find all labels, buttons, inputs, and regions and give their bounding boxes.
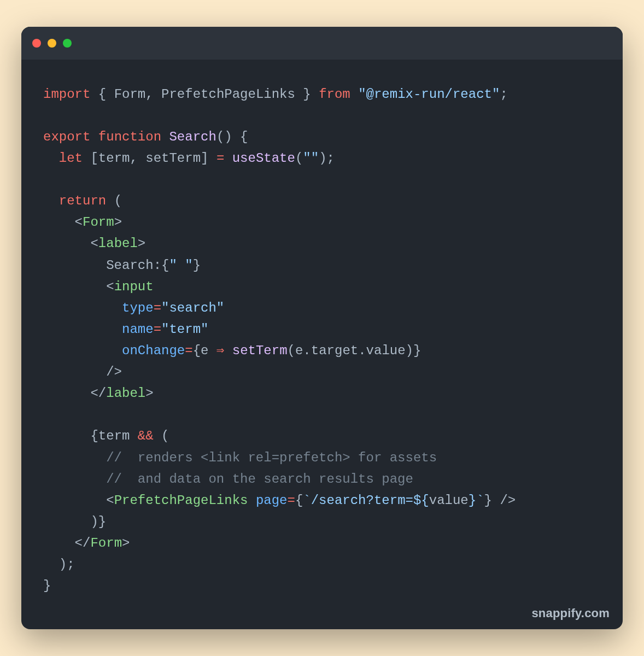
sp [154, 429, 161, 443]
indent [43, 322, 122, 337]
indent [43, 279, 106, 294]
eq: = [208, 151, 232, 166]
close: ); [59, 557, 75, 572]
template-literal: ` [476, 493, 484, 508]
indent [43, 557, 59, 572]
identifier: PrefetchPageLinks [161, 87, 295, 102]
paren: ); [319, 151, 335, 166]
angle: < [106, 493, 114, 508]
fn-call: setTerm [232, 343, 288, 358]
sp [492, 493, 500, 508]
destructure: [term, setTerm] [90, 151, 208, 166]
call: (e.target.value)} [288, 343, 421, 358]
arrow: ⇒ [208, 343, 232, 358]
angle: < [75, 215, 83, 230]
paren: ( [295, 151, 303, 166]
code-block: import { Form, PrefetchPageLinks } from … [21, 60, 623, 630]
fn-name: Search [169, 130, 216, 144]
identifier: Form [114, 87, 146, 102]
sp [83, 151, 90, 166]
string: "@remix-run/react" [358, 87, 500, 102]
parens: () { [216, 130, 248, 144]
angle: > [114, 215, 122, 230]
indent [43, 194, 59, 208]
close: )} [90, 514, 106, 529]
op-and: && [138, 429, 154, 443]
template-expr-open: ${ [413, 493, 429, 508]
watermark: snappify.com [531, 606, 610, 620]
indent [43, 493, 106, 508]
self-close: /> [500, 493, 516, 508]
brace: { [90, 429, 98, 443]
jsx-attr: name [122, 322, 154, 337]
self-close: /> [106, 365, 122, 379]
code-window: import { Form, PrefetchPageLinks } from … [21, 27, 623, 630]
angle: < [90, 236, 98, 251]
indent [43, 343, 122, 358]
jsx-tag: Form [90, 536, 122, 550]
jsx-tag: input [114, 279, 154, 294]
eq: = [154, 322, 161, 337]
string: "" [303, 151, 319, 166]
comma: , [145, 87, 161, 102]
kw-export: export [43, 130, 90, 144]
brace: } [484, 493, 492, 508]
close-dot[interactable] [32, 39, 41, 48]
eq: = [185, 343, 192, 358]
indent [43, 450, 106, 465]
brace: } [193, 258, 201, 273]
jsx-attr: onChange [122, 343, 185, 358]
indent [43, 386, 90, 401]
indent [43, 301, 122, 315]
brace: { [161, 258, 169, 273]
paren: ( [114, 194, 122, 208]
angle: < [106, 279, 114, 294]
fn-call: useState [232, 151, 295, 166]
sp [90, 130, 98, 144]
indent [43, 151, 59, 166]
sp [161, 130, 169, 144]
param: e [201, 343, 208, 358]
sp [248, 493, 255, 508]
angle: </ [90, 386, 106, 401]
brace: { [90, 87, 114, 102]
indent [43, 472, 106, 487]
indent [43, 258, 106, 273]
comment: // and data on the search results page [106, 472, 413, 487]
minimize-dot[interactable] [48, 39, 56, 48]
string: " " [169, 258, 192, 273]
indent [43, 429, 90, 443]
kw-from: from [319, 87, 350, 102]
brace: } [295, 87, 319, 102]
jsx-tag: label [106, 386, 145, 401]
semi: ; [500, 87, 507, 102]
space [350, 87, 358, 102]
text: Search: [106, 258, 161, 273]
string: "search" [161, 301, 224, 315]
identifier: term [98, 429, 130, 443]
jsx-attr: page [256, 493, 288, 508]
brace: { [295, 493, 303, 508]
angle: > [122, 536, 130, 550]
template-literal: `/search?term= [303, 493, 413, 508]
identifier: value [429, 493, 469, 508]
jsx-tag: label [98, 236, 138, 251]
comment: // renders <link rel=prefetch> for asset… [106, 450, 437, 465]
angle: </ [75, 536, 91, 550]
zoom-dot[interactable] [63, 39, 72, 48]
paren: ( [161, 429, 169, 443]
indent [43, 514, 90, 529]
indent [43, 365, 106, 379]
sp [130, 429, 137, 443]
close-brace: } [43, 578, 51, 593]
jsx-attr: type [122, 301, 154, 315]
jsx-tag: PrefetchPageLinks [114, 493, 248, 508]
eq: = [154, 301, 161, 315]
eq: = [287, 493, 295, 508]
indent [43, 536, 75, 550]
indent [43, 236, 90, 251]
sp [106, 194, 114, 208]
kw-return: return [59, 194, 106, 208]
kw-let: let [59, 151, 83, 166]
angle: > [145, 386, 153, 401]
